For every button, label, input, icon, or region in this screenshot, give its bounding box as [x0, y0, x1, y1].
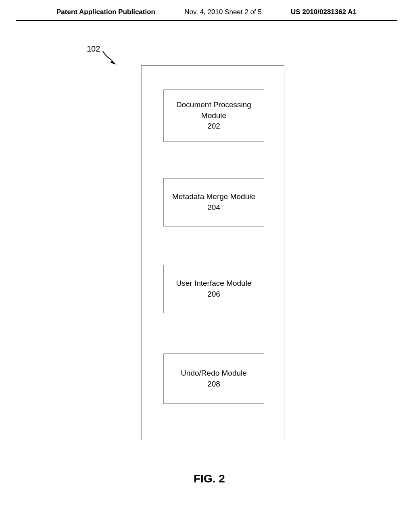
- module-num-2: 204: [207, 202, 220, 213]
- header-left-text: Patent Application Publication: [56, 8, 155, 16]
- header-right-text: US 2010/0281362 A1: [291, 8, 357, 16]
- header-center-text: Nov. 4, 2010 Sheet 2 of 5: [184, 8, 262, 16]
- arrow-pointer-icon: [101, 49, 125, 69]
- module-num-3: 206: [207, 289, 220, 300]
- module-box-3: User Interface Module 206: [163, 265, 264, 313]
- module-title-2: Metadata Merge Module: [172, 191, 255, 202]
- module-box-1: Document Processing Module 202: [163, 89, 264, 142]
- module-box-4: Undo/Redo Module 208: [163, 353, 264, 404]
- page-header: Patent Application Publication Nov. 4, 2…: [16, 0, 397, 21]
- reference-number: 102: [87, 44, 100, 54]
- module-box-2: Metadata Merge Module 204: [163, 178, 264, 227]
- module-title-4: Undo/Redo Module: [181, 368, 247, 379]
- module-title-1: Document Processing Module: [164, 100, 264, 121]
- module-num-4: 208: [207, 379, 220, 390]
- module-num-1: 202: [207, 121, 220, 132]
- figure-label: FIG. 2: [194, 472, 225, 485]
- module-title-3: User Interface Module: [176, 278, 252, 289]
